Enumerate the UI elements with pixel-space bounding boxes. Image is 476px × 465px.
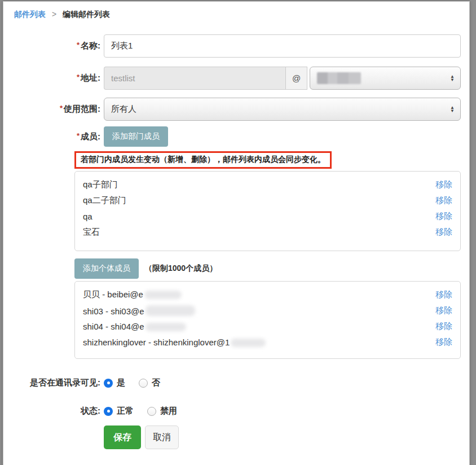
radio-status-disabled[interactable] <box>147 407 156 416</box>
visibility-label: 是否在通讯录可见: <box>12 378 104 388</box>
required-marker: * <box>77 73 80 81</box>
remove-link[interactable]: 移除 <box>435 227 452 238</box>
radio-label[interactable]: 否 <box>152 378 160 388</box>
members-row: *成员: 添加部门成员 <box>12 126 461 147</box>
remove-link[interactable]: 移除 <box>435 211 452 222</box>
department-name: qa子部门 <box>83 179 118 190</box>
department-name: qa <box>83 212 92 221</box>
address-label: *地址: <box>12 73 104 84</box>
add-individual-row: 添加个体成员 （限制1000个成员） <box>74 258 461 279</box>
address-input <box>104 67 285 90</box>
redacted-domain <box>144 291 182 299</box>
remove-link[interactable]: 移除 <box>435 321 452 332</box>
list-item: 宝石 移除 <box>83 224 452 240</box>
redacted-domain <box>146 323 186 331</box>
department-name: qa二子部门 <box>83 195 126 206</box>
required-marker: * <box>77 41 80 49</box>
visibility-row: 是否在通讯录可见: 是 否 <box>12 378 461 388</box>
members-section: 若部门内成员发生变动（新增、删除），邮件列表内成员会同步变化。 qa子部门 移除… <box>74 147 461 359</box>
redacted-domain <box>317 72 361 84</box>
status-row: 状态: 正常 禁用 <box>12 406 461 416</box>
at-symbol-addon: @ <box>285 67 307 90</box>
list-item: qa二子部门 移除 <box>83 192 452 208</box>
individual-members-list: 贝贝 - beibei@e 移除 shi03 - shi03@e 移除 shi0… <box>74 281 461 359</box>
select-arrows-icon: ▲▼ <box>450 106 455 113</box>
department-name: 宝石 <box>83 227 100 238</box>
radio-label[interactable]: 正常 <box>117 406 134 416</box>
radio-visible-yes[interactable] <box>104 379 113 388</box>
member-name: shizhenkinglover - shizhenkinglover@1 <box>83 337 266 347</box>
list-item: shi03 - shi03@e 移除 <box>83 302 452 318</box>
remove-link[interactable]: 移除 <box>435 305 452 316</box>
remove-link[interactable]: 移除 <box>435 337 452 348</box>
list-item: qa子部门 移除 <box>83 177 452 192</box>
redacted-domain <box>231 339 266 347</box>
department-members-list: qa子部门 移除 qa二子部门 移除 qa 移除 宝石 移除 <box>74 171 461 251</box>
add-individual-members-button[interactable]: 添加个体成员 <box>74 258 139 279</box>
remove-link[interactable]: 移除 <box>435 195 452 206</box>
scope-selected-value: 所有人 <box>111 104 136 115</box>
breadcrumb-current-page: 编辑邮件列表 <box>63 10 110 19</box>
member-name: 贝贝 - beibei@e <box>83 289 182 300</box>
name-input[interactable] <box>104 34 461 58</box>
add-department-members-button[interactable]: 添加部门成员 <box>104 126 168 147</box>
scope-row: *使用范围: 所有人 ▲▼ <box>12 98 461 121</box>
member-name: shi03 - shi03@e <box>83 305 195 316</box>
select-arrows-icon: ▲▼ <box>450 75 455 82</box>
radio-visible-no[interactable] <box>139 379 148 388</box>
member-name: shi04 - shi04@e <box>83 322 186 331</box>
list-item: qa 移除 <box>83 208 452 224</box>
breadcrumb-link-mail-lists[interactable]: 邮件列表 <box>14 10 46 19</box>
scope-label: *使用范围: <box>12 104 104 115</box>
cancel-button[interactable]: 取消 <box>145 425 179 449</box>
save-button[interactable]: 保存 <box>104 425 141 449</box>
list-item: shi04 - shi04@e 移除 <box>83 318 452 334</box>
domain-select[interactable]: ▲▼ <box>310 67 461 90</box>
remove-link[interactable]: 移除 <box>435 289 452 300</box>
member-limit-note: （限制1000个成员） <box>144 264 217 274</box>
breadcrumb-separator: > <box>52 10 56 19</box>
breadcrumb: 邮件列表 > 编辑邮件列表 <box>14 10 461 20</box>
radio-label[interactable]: 是 <box>117 378 125 388</box>
members-label: *成员: <box>12 131 104 142</box>
name-row: *名称: <box>12 34 461 58</box>
scope-select[interactable]: 所有人 ▲▼ <box>104 98 461 121</box>
name-label: *名称: <box>12 41 104 51</box>
status-label: 状态: <box>12 406 104 416</box>
redacted-domain <box>146 305 195 316</box>
required-marker: * <box>77 131 80 140</box>
department-sync-note-highlighted: 若部门内成员发生变动（新增、删除），邮件列表内成员会同步变化。 <box>74 151 332 169</box>
list-item: 贝贝 - beibei@e 移除 <box>83 287 452 302</box>
edit-mail-list-page: 邮件列表 > 编辑邮件列表 *名称: *地址: @ ▲▼ *使用范围: <box>3 1 470 465</box>
required-marker: * <box>60 104 63 112</box>
radio-label[interactable]: 禁用 <box>160 406 177 416</box>
form-actions: 保存 取消 <box>12 425 461 449</box>
list-item: shizhenkinglover - shizhenkinglover@1 移除 <box>83 334 452 350</box>
remove-link[interactable]: 移除 <box>435 179 452 190</box>
address-row: *地址: @ ▲▼ <box>12 67 461 90</box>
radio-status-normal[interactable] <box>104 407 113 416</box>
